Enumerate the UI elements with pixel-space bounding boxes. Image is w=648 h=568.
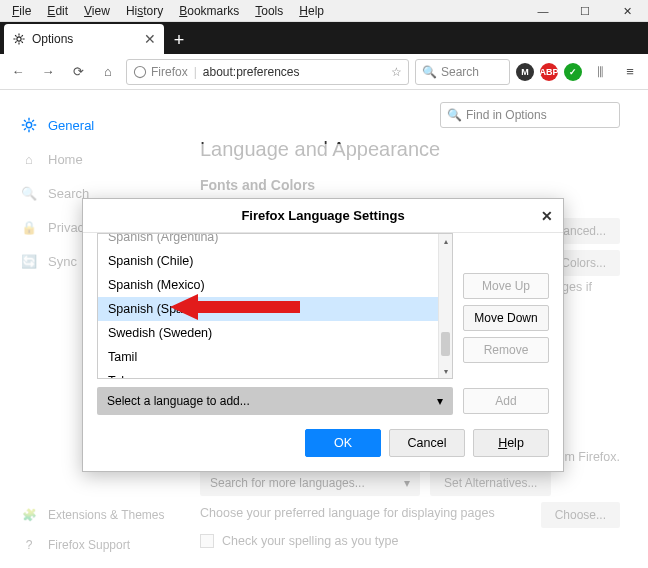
back-button[interactable]: ← [6,60,30,84]
cancel-button[interactable]: Cancel [389,429,465,457]
list-item[interactable]: Spanish (Mexico) [98,273,452,297]
m-badge-icon[interactable]: M [516,63,534,81]
find-in-options[interactable]: 🔍 Find in Options [440,102,620,128]
tab-options[interactable]: Options ✕ [4,24,164,54]
list-item[interactable]: Tamil [98,345,452,369]
tab-title: Options [32,32,73,46]
forward-button[interactable]: → [36,60,60,84]
tabstrip: Options ✕ + [0,22,648,54]
url-bar[interactable]: Firefox | about:preferences ☆ [126,59,409,85]
url-text: about:preferences [203,65,300,79]
dialog-footer: OK Cancel Help [83,415,563,471]
list-item[interactable]: Spanish (Chile) [98,249,452,273]
help-button[interactable]: Help [473,429,549,457]
window-close[interactable]: ✕ [606,0,648,22]
menu-edit[interactable]: Edit [39,2,76,20]
list-item[interactable]: Spanish (Argentina) [98,233,452,249]
home-button[interactable]: ⌂ [96,60,120,84]
menu-view[interactable]: View [76,2,118,20]
library-icon[interactable]: ⦀ [588,60,612,84]
search-icon: 🔍 [447,108,462,122]
green-check-icon[interactable]: ✓ [564,63,582,81]
scroll-thumb[interactable] [441,332,450,356]
toolbar: ← → ⟳ ⌂ Firefox | about:preferences ☆ 🔍 … [0,54,648,90]
gear-icon [12,32,26,46]
add-button[interactable]: Add [463,388,549,414]
list-item[interactable]: Swedish (Sweden) [98,321,452,345]
language-listbox[interactable]: Spanish (Argentina) Spanish (Chile) Span… [97,233,453,379]
scroll-up-icon[interactable]: ▴ [439,234,452,248]
abp-badge-icon[interactable]: ABP [540,63,558,81]
gear-icon [20,116,38,134]
search-icon: 🔍 [422,65,437,79]
dialog-button-column: Move Up Move Down Remove [463,233,549,379]
new-tab-button[interactable]: + [164,26,194,54]
list-item[interactable]: Telugu [98,369,452,379]
move-up-button[interactable]: Move Up [463,273,549,299]
list-item-selected[interactable]: Spanish (Spain) [98,297,452,321]
svg-point-2 [26,122,31,127]
listbox-scrollbar[interactable]: ▴ ▾ [438,234,452,378]
firefox-icon: Firefox [133,65,188,79]
bookmark-star-icon[interactable]: ☆ [391,65,402,79]
window-controls: — ☐ ✕ [522,0,648,22]
add-language-dropdown[interactable]: Select a language to add... ▾ [97,387,453,415]
menu-file[interactable]: File [4,2,39,20]
svg-point-1 [134,66,145,77]
menu-help[interactable]: Help [291,2,332,20]
menu-tools[interactable]: Tools [247,2,291,20]
scroll-down-icon[interactable]: ▾ [439,364,452,378]
sidebar-item-general[interactable]: General [0,108,188,142]
language-settings-dialog: Firefox Language Settings ✕ Spanish (Arg… [82,198,564,472]
window-minimize[interactable]: — [522,0,564,22]
tab-close-icon[interactable]: ✕ [144,31,156,47]
chevron-down-icon: ▾ [437,394,443,408]
menu-bookmarks[interactable]: Bookmarks [171,2,247,20]
menu-hamburger-icon[interactable]: ≡ [618,60,642,84]
remove-button[interactable]: Remove [463,337,549,363]
menu-history[interactable]: History [118,2,171,20]
search-bar[interactable]: 🔍 Search [415,59,510,85]
svg-point-0 [17,37,21,41]
dialog-title-bar: Firefox Language Settings ✕ [83,199,563,233]
dialog-close-button[interactable]: ✕ [541,208,553,224]
reload-button[interactable]: ⟳ [66,60,90,84]
move-down-button[interactable]: Move Down [463,305,549,331]
window-maximize[interactable]: ☐ [564,0,606,22]
ok-button[interactable]: OK [305,429,381,457]
